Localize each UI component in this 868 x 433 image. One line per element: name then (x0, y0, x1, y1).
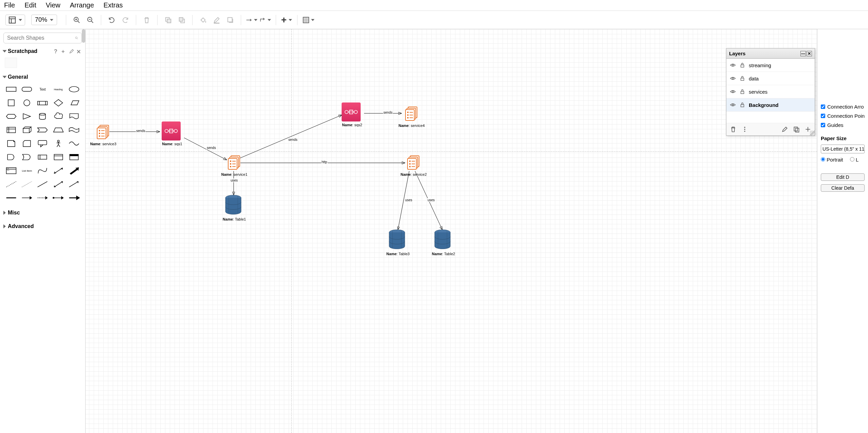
shape-link1[interactable] (4, 192, 18, 204)
edge-label-sends[interactable]: sends (288, 138, 298, 142)
lock-icon[interactable] (739, 102, 745, 108)
layers-panel-title[interactable]: Layers — ✕ (726, 49, 815, 59)
menu-file[interactable]: File (4, 1, 15, 9)
shape-circle[interactable] (20, 97, 34, 109)
shape-datastore[interactable] (35, 151, 50, 163)
node-table1[interactable]: Name: Table1 (224, 195, 245, 216)
more-icon[interactable] (741, 126, 748, 133)
node-sqs2[interactable]: Name: sqs2 (342, 102, 363, 121)
scratchpad-item[interactable] (5, 58, 17, 68)
close-button[interactable]: ✕ (807, 51, 812, 56)
shape-bidir-line[interactable] (51, 178, 66, 190)
table-button[interactable] (302, 14, 314, 26)
lock-icon[interactable] (739, 62, 745, 68)
layer-row-background[interactable]: Background (726, 98, 815, 112)
shape-text[interactable]: Text (35, 83, 50, 95)
menu-edit[interactable]: Edit (24, 1, 36, 9)
edge-label-uses[interactable]: uses (427, 198, 435, 202)
shape-dir-line[interactable] (67, 178, 81, 190)
shape-triangle[interactable] (20, 111, 34, 122)
layer-row-data[interactable]: data (726, 72, 815, 85)
node-service1[interactable]: Name: service1 (225, 155, 243, 171)
scratchpad-header[interactable]: Scratchpad ? + ✕ (0, 47, 85, 56)
undo-button[interactable] (106, 14, 117, 26)
redo-button[interactable] (120, 14, 131, 26)
shape-process[interactable] (35, 97, 50, 109)
resize-handle[interactable] (810, 131, 815, 135)
edge-label-uses[interactable]: uses (405, 198, 413, 202)
fill-color-button[interactable] (197, 14, 209, 26)
eye-icon[interactable] (730, 89, 736, 95)
shape-or[interactable] (20, 151, 34, 163)
view-mode-button[interactable] (5, 15, 25, 25)
node-table3[interactable]: Name: Table3 (388, 229, 408, 250)
checkbox[interactable] (821, 123, 825, 127)
shape-link4[interactable] (51, 192, 66, 204)
layers-panel[interactable]: Layers — ✕ streaming data services (726, 48, 815, 136)
shape-card[interactable] (20, 138, 34, 149)
eye-icon[interactable] (730, 75, 736, 81)
eye-icon[interactable] (730, 62, 736, 68)
shape-trapezoid[interactable] (51, 124, 66, 136)
misc-header[interactable]: Misc (0, 208, 85, 217)
shape-rect[interactable] (4, 83, 18, 95)
layer-row-streaming[interactable]: streaming (726, 59, 815, 72)
edit-defaults-button[interactable]: Edit D (821, 173, 865, 181)
shape-container[interactable] (51, 151, 66, 163)
delete-button[interactable] (141, 14, 152, 26)
shape-cube[interactable] (20, 124, 34, 136)
shape-square[interactable] (4, 97, 18, 109)
shape-list[interactable]: ListItem (4, 165, 18, 176)
edge-label-http[interactable]: http (321, 160, 328, 164)
to-front-button[interactable] (162, 14, 174, 26)
connection-points-checkbox[interactable]: Connection Poin (821, 113, 865, 119)
node-sqs1[interactable]: Name: sqs1 (162, 121, 183, 140)
shape-link5[interactable] (67, 192, 81, 204)
shape-step[interactable] (35, 124, 50, 136)
search-input-field[interactable] (7, 35, 75, 41)
orientation-landscape[interactable]: L (850, 157, 859, 163)
shape-note[interactable] (4, 138, 18, 149)
menu-arrange[interactable]: Arrange (70, 1, 94, 9)
minimize-button[interactable]: — (800, 51, 806, 56)
menu-view[interactable]: View (46, 1, 60, 9)
line-color-button[interactable] (211, 14, 222, 26)
connection-arrows-checkbox[interactable]: Connection Arro (821, 104, 865, 110)
canvas[interactable]: sends sends sends http uses sends uses u… (86, 29, 817, 433)
orientation-portrait[interactable]: Portrait (821, 157, 843, 163)
node-service2[interactable]: Name: service2 (405, 155, 422, 171)
insert-button[interactable]: + (281, 14, 292, 26)
checkbox[interactable] (821, 105, 825, 109)
shape-dotted[interactable] (20, 178, 34, 190)
lock-icon[interactable] (739, 75, 745, 81)
edit-icon[interactable] (781, 126, 788, 133)
shape-tape[interactable] (67, 124, 81, 136)
shape-internal-storage[interactable] (4, 124, 18, 136)
shape-document[interactable] (67, 111, 81, 122)
to-back-button[interactable] (176, 14, 187, 26)
waypoint-style-button[interactable] (259, 14, 271, 26)
menu-extras[interactable]: Extras (104, 1, 123, 9)
close-icon[interactable]: ✕ (76, 49, 82, 54)
clear-defaults-button[interactable]: Clear Defa (821, 184, 865, 192)
scrollbar[interactable] (82, 29, 85, 43)
shape-parallelogram[interactable] (67, 97, 81, 109)
duplicate-icon[interactable] (793, 126, 800, 133)
edit-icon[interactable] (69, 49, 74, 54)
shape-link2[interactable] (20, 192, 34, 204)
connection-style-button[interactable] (246, 14, 257, 26)
shape-dashed[interactable] (4, 178, 18, 190)
shape-diamond[interactable] (51, 97, 66, 109)
eye-icon[interactable] (730, 102, 736, 108)
zoom-out-button[interactable] (85, 14, 96, 26)
general-header[interactable]: General (0, 73, 85, 81)
edge-label-sends[interactable]: sends (206, 146, 216, 150)
zoom-select[interactable]: 70% (31, 15, 57, 25)
shape-link3[interactable] (35, 192, 50, 204)
layer-row-services[interactable]: services (726, 85, 815, 98)
shape-list-item[interactable]: List item (20, 165, 34, 176)
shape-arrow-thick[interactable] (67, 165, 81, 176)
shape-curve[interactable] (67, 138, 81, 149)
shape-curve2[interactable] (35, 165, 50, 176)
guides-checkbox[interactable]: Guides (821, 122, 865, 128)
